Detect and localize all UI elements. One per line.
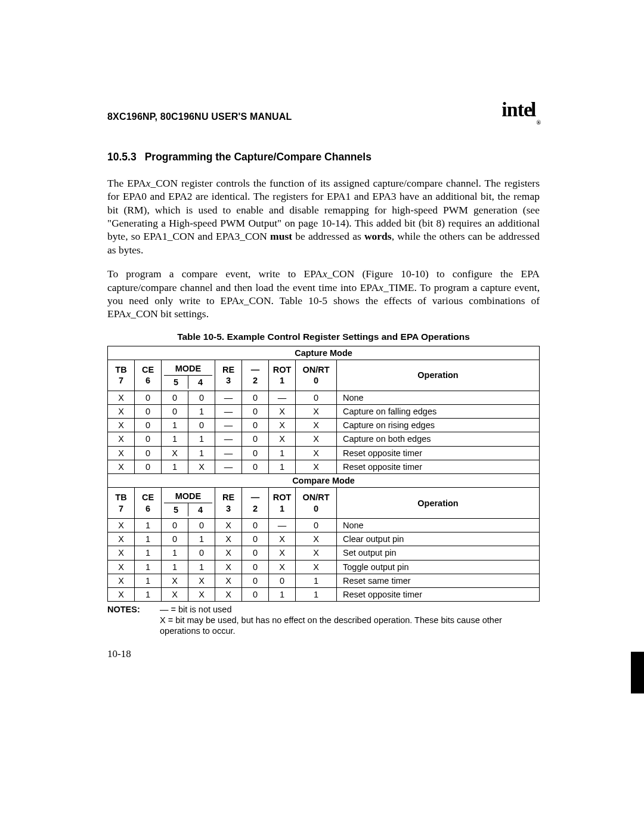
table-caption: Table 10-5. Example Control Register Set… xyxy=(107,332,540,342)
corner-mark-icon xyxy=(631,652,644,693)
table-notes: NOTES: — = bit is not used X = bit may b… xyxy=(107,604,540,636)
operation-cell: Reset opposite timer xyxy=(337,460,540,473)
register-table: Capture Mode TB7 CE6 MODE 54 RE3 —2 ROT1… xyxy=(107,346,540,602)
table-row: X110X0XXSet output pin xyxy=(108,546,540,560)
table-row: X001—0XXCapture on falling edges xyxy=(108,405,540,419)
compare-mode-header: Compare Mode xyxy=(108,473,540,487)
section-title-text: Programming the Capture/Compare Channels xyxy=(145,151,371,163)
paragraph-2: To program a compare event, write to EPA… xyxy=(107,267,540,321)
operation-header: Operation xyxy=(337,360,540,391)
running-head: 8XC196NP, 80C196NU USER'S MANUAL xyxy=(107,112,292,122)
table-row: X0X1—01XReset opposite timer xyxy=(108,446,540,460)
operation-cell: None xyxy=(337,519,540,532)
operation-cell: None xyxy=(337,391,540,405)
brand-logo: intel® xyxy=(501,98,540,122)
notes-label: NOTES: xyxy=(107,604,160,615)
operation-cell: Capture on both edges xyxy=(337,432,540,446)
operation-cell: Reset same timer xyxy=(337,574,540,587)
operation-cell: Capture on rising edges xyxy=(337,419,540,432)
table-row: X010—0XXCapture on rising edges xyxy=(108,419,540,432)
table-row: X111X0XXToggle output pin xyxy=(108,560,540,574)
table-row: X011—0XXCapture on both edges xyxy=(108,432,540,446)
operation-cell: Toggle output pin xyxy=(337,560,540,574)
capture-mode-header: Capture Mode xyxy=(108,346,540,360)
table-row: X100X0—0None xyxy=(108,519,540,532)
table-row: X1XXX001Reset same timer xyxy=(108,574,540,587)
table-row: X01X—01XReset opposite timer xyxy=(108,460,540,473)
operation-cell: Reset opposite timer xyxy=(337,587,540,601)
table-row: X101X0XXClear output pin xyxy=(108,532,540,546)
page-number: 10-18 xyxy=(107,648,131,660)
operation-cell: Set output pin xyxy=(337,546,540,560)
table-row: X000—0—0None xyxy=(108,391,540,405)
operation-cell: Reset opposite timer xyxy=(337,446,540,460)
operation-cell: Capture on falling edges xyxy=(337,405,540,419)
table-row: X1XXX011Reset opposite timer xyxy=(108,587,540,601)
paragraph-1: The EPAx_CON register controls the funct… xyxy=(107,176,540,256)
page-header: 8XC196NP, 80C196NU USER'S MANUAL intel® xyxy=(107,98,540,122)
section-number: 10.5.3 xyxy=(107,151,137,163)
operation-header: Operation xyxy=(337,487,540,518)
operation-cell: Clear output pin xyxy=(337,532,540,546)
section-heading: 10.5.3Programming the Capture/Compare Ch… xyxy=(107,151,540,163)
